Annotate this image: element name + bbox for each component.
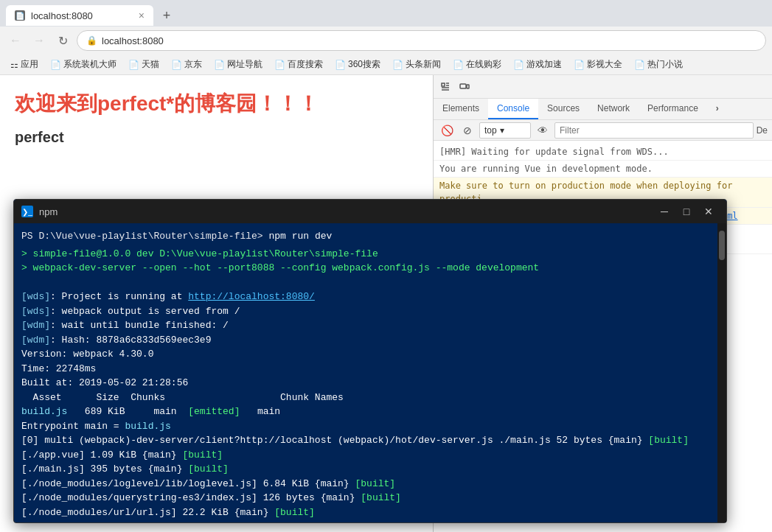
devtools-toolbar <box>434 75 772 99</box>
console-line: You are running Vue in development mode. <box>434 161 772 178</box>
terminal-close-button[interactable]: ✕ <box>698 201 719 222</box>
terminal-line: [./node_modules/loglevel/lib/loglevel.js… <box>21 477 710 491</box>
terminal-line: PS D:\Vue\vue-playlist\Router\simple-fil… <box>21 229 710 244</box>
tab-sources[interactable]: Sources <box>538 99 588 119</box>
bookmark-icon: 📄 <box>335 60 346 70</box>
terminal-title: npm <box>39 206 654 217</box>
bookmark-label: 游戏加速 <box>526 58 562 71</box>
refresh-button[interactable]: ↻ <box>53 31 72 50</box>
filter-input[interactable] <box>554 122 754 139</box>
bookmark-nav[interactable]: 📄 网址导航 <box>209 57 267 72</box>
bookmark-sysinstall[interactable]: 📄 系统装机大师 <box>46 57 121 72</box>
bookmark-icon: 📄 <box>453 60 464 70</box>
bookmark-game[interactable]: 📄 游戏加速 <box>509 57 566 72</box>
clear-console-icon[interactable]: 🚫 <box>438 122 456 139</box>
inspect-element-icon[interactable] <box>437 78 454 96</box>
terminal-line: Built at: 2019-05-02 21:28:56 <box>21 376 710 391</box>
terminal-line: Time: 22748ms <box>21 362 710 377</box>
terminal-line: [0] multi (webpack)-dev-server/client?ht… <box>21 433 710 448</box>
bookmark-icon: 📄 <box>214 60 225 70</box>
tab-title: localhost:8080 <box>31 10 93 21</box>
bookmark-novel[interactable]: 📄 热门小说 <box>630 57 687 72</box>
terminal-line: [./node_modules/querystring-es3/index.js… <box>21 491 710 505</box>
url-text: localhost:8080 <box>102 35 164 46</box>
terminal-app-icon: ❯_ <box>21 206 33 217</box>
svg-rect-5 <box>460 84 466 88</box>
active-tab[interactable]: 📄 localhost:8080 × <box>6 5 153 26</box>
browser-chrome: 📄 localhost:8080 × + ← → ↻ 🔒 localhost:8… <box>0 0 772 75</box>
terminal-scroll-thumb[interactable] <box>719 231 725 260</box>
terminal-line: [wds]: webpack output is served from / <box>21 304 710 319</box>
context-selector[interactable]: top ▾ <box>479 122 531 139</box>
terminal-line: [wdm]: Hash: 8878a6c833d569eec3e9 <box>21 333 710 348</box>
tab-close-button[interactable]: × <box>139 10 145 21</box>
bookmark-label: 头条新闻 <box>406 58 441 71</box>
bookmark-label: 系统装机大师 <box>63 58 117 71</box>
terminal-line: build.js 689 KiB main [emitted] main <box>21 405 710 419</box>
svg-rect-0 <box>442 83 445 86</box>
bookmark-icon: 📄 <box>50 60 61 70</box>
tab-more[interactable]: › <box>707 99 728 119</box>
bookmark-label: 京东 <box>184 58 202 71</box>
page-subtitle: perfect <box>15 129 418 146</box>
devtools-tabs: Elements Console Sources Network Perform… <box>434 99 772 120</box>
bookmark-lottery[interactable]: 📄 在线购彩 <box>448 57 506 72</box>
address-bar[interactable]: 🔒 localhost:8080 <box>77 30 766 51</box>
terminal-line: > simple-file@1.0.0 dev D:\Vue\vue-playl… <box>21 247 710 262</box>
terminal-controls: ─ □ ✕ <box>654 201 719 222</box>
terminal-window: ❯_ npm ─ □ ✕ PS D:\Vue\vue-playlist\Rout… <box>13 199 727 523</box>
terminal-body: PS D:\Vue\vue-playlist\Router\simple-fil… <box>14 223 717 522</box>
bookmark-tmall[interactable]: 📄 天猫 <box>124 57 164 72</box>
terminal-line <box>21 276 710 290</box>
terminal-scrollbar[interactable] <box>717 223 726 522</box>
new-tab-button[interactable]: + <box>156 5 177 26</box>
bookmark-label: 天猫 <box>142 58 159 71</box>
back-button[interactable]: ← <box>6 31 25 50</box>
tab-performance[interactable]: Performance <box>639 99 707 119</box>
forward-button[interactable]: → <box>29 31 49 50</box>
terminal-line: > webpack-dev-server --open --hot --port… <box>21 261 710 276</box>
page-title: 欢迎来到perfect*的博客园！！！ <box>15 90 418 118</box>
filter-icon[interactable]: ⊘ <box>459 122 476 139</box>
bookmark-icon: 📄 <box>274 60 285 70</box>
terminal-line: [wds]: Project is running at http://loca… <box>21 290 710 304</box>
bookmark-label: 百度搜索 <box>288 58 323 71</box>
bookmark-toutiao[interactable]: 📄 头条新闻 <box>388 57 445 72</box>
default-label: De <box>757 125 768 136</box>
bookmark-label: 网址导航 <box>227 58 262 71</box>
bookmark-label: 在线购彩 <box>466 58 501 71</box>
tab-network[interactable]: Network <box>588 99 639 119</box>
bookmark-label: 应用 <box>21 58 38 71</box>
bookmark-icon: 📄 <box>513 60 524 70</box>
tab-bar: 📄 localhost:8080 × + <box>0 0 772 27</box>
bookmark-jd[interactable]: 📄 京东 <box>167 57 206 72</box>
tab-console[interactable]: Console <box>488 99 538 119</box>
bookmarks-bar: ⚏ 应用 📄 系统装机大师 📄 天猫 📄 京东 📄 网址导航 📄 百度搜索 📄 … <box>0 55 772 75</box>
bookmark-icon: 📄 <box>634 60 645 70</box>
terminal-line: [./node_modules/url/url.js] 22.2 KiB {ma… <box>21 505 710 520</box>
bookmark-icon: 📄 <box>171 60 182 70</box>
tab-elements[interactable]: Elements <box>434 99 488 119</box>
terminal-line: [wdm]: wait until bundle finished: / <box>21 318 710 333</box>
terminal-line: [./main.js] 395 bytes {main} [built] <box>21 462 710 477</box>
lock-icon: 🔒 <box>86 35 97 46</box>
bookmark-video[interactable]: 📄 影视大全 <box>569 57 627 72</box>
terminal-minimize-button[interactable]: ─ <box>654 201 675 222</box>
bookmark-baidu[interactable]: 📄 百度搜索 <box>270 57 327 72</box>
tab-favicon: 📄 <box>15 10 25 21</box>
terminal-line: Version: webpack 4.30.0 <box>21 347 710 362</box>
bookmark-360[interactable]: 📄 360搜索 <box>330 57 385 72</box>
nav-bar: ← → ↻ 🔒 localhost:8080 <box>0 27 772 55</box>
apps-icon: ⚏ <box>10 60 18 70</box>
bookmark-label: 热门小说 <box>647 58 683 71</box>
console-bar: 🚫 ⊘ top ▾ 👁 De <box>434 120 772 141</box>
terminal-line: [./app.vue] 1.09 KiB {main} [built] <box>21 448 710 463</box>
svg-rect-6 <box>467 85 469 88</box>
bookmark-apps[interactable]: ⚏ 应用 <box>6 57 43 72</box>
bookmark-icon: 📄 <box>392 60 403 70</box>
bookmark-label: 影视大全 <box>587 58 622 71</box>
device-toolbar-icon[interactable] <box>456 78 473 96</box>
eye-icon[interactable]: 👁 <box>534 122 552 139</box>
terminal-maximize-button[interactable]: □ <box>676 201 697 222</box>
terminal-line: Entrypoint main = build.js <box>21 419 710 434</box>
